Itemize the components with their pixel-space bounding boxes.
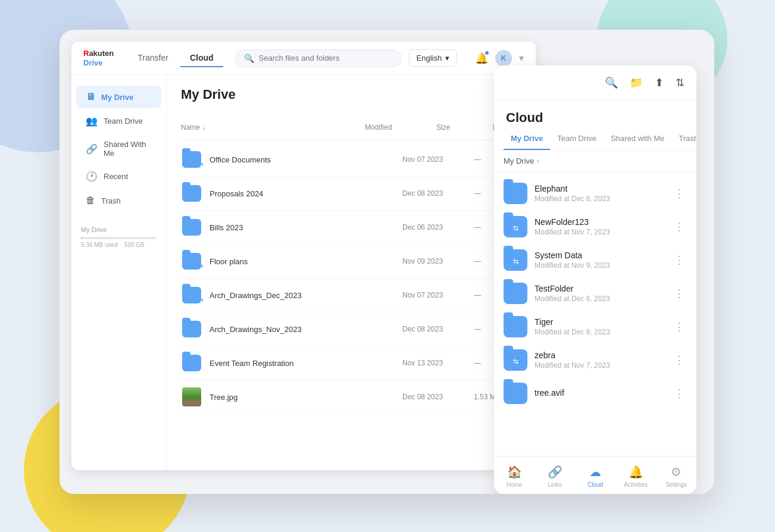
- file-icon: [181, 318, 202, 340]
- panel-tab-trash[interactable]: Trash: [671, 128, 696, 150]
- cloud-icon: ☁: [589, 465, 601, 479]
- settings-icon: ⚙: [671, 465, 682, 479]
- panel-breadcrumb: My Drive ›: [494, 151, 696, 172]
- file-info: TestFolder Modified at Dec 6, 2023: [535, 284, 664, 303]
- bottom-nav-activities[interactable]: 🔔 Activities: [615, 461, 656, 492]
- bottom-nav-links[interactable]: 🔗 Links: [535, 461, 575, 492]
- file-row[interactable]: ⇆ Office Documents Nov 07 2023 —: [181, 143, 521, 177]
- bottom-nav-label: Activities: [624, 481, 647, 488]
- user-avatar[interactable]: K: [495, 50, 512, 67]
- notification-button[interactable]: 🔔: [475, 52, 488, 65]
- file-name: Arch_Drawings_Dec_2023: [210, 291, 402, 300]
- bottom-nav-cloud[interactable]: ☁ Cloud: [575, 461, 615, 492]
- file-name: Bills 2023: [210, 223, 402, 232]
- nav-tab-cloud[interactable]: Cloud: [180, 49, 223, 67]
- file-row[interactable]: Proposals 2024 Dec 08 2023 —: [181, 177, 521, 211]
- panel-tab-shared-with-me[interactable]: Shared with Me: [604, 128, 671, 150]
- panel-tab-team-drive[interactable]: Team Drive: [550, 128, 604, 150]
- nav-tabs: Transfer Cloud: [128, 49, 223, 67]
- file-row[interactable]: Arch_Drawings_Nov_2023 Dec 08 2023 —: [181, 312, 521, 346]
- sidebar-item-trash[interactable]: 🗑 Trash: [76, 189, 161, 212]
- panel-file-row[interactable]: TestFolder Modified at Dec 6, 2023 ⋮: [494, 277, 696, 310]
- nav-tab-transfer[interactable]: Transfer: [128, 49, 178, 67]
- panel-sort-button[interactable]: ⇅: [673, 74, 687, 92]
- search-bar[interactable]: 🔍: [235, 49, 402, 67]
- activities-icon: 🔔: [629, 465, 643, 479]
- file-more-button[interactable]: ⋮: [671, 384, 687, 402]
- links-icon: 🔗: [548, 465, 562, 479]
- breadcrumb-item[interactable]: My Drive: [504, 157, 534, 165]
- file-row[interactable]: Bills 2023 Dec 06 2023 —: [181, 211, 521, 245]
- file-info: System Data Modified at Nov 9, 2023: [535, 251, 664, 270]
- file-info: NewFolder123 Modified at Nov 7, 2023: [535, 217, 664, 236]
- panel-file-date: Modified at Dec 8, 2023: [535, 328, 664, 336]
- panel-file-date: Modified at Dec 6, 2023: [535, 295, 664, 303]
- column-name[interactable]: Name ↓: [181, 123, 365, 132]
- panel-toolbar: 🔍 📁 ⬆ ⇅: [494, 65, 696, 101]
- folder-icon: [504, 183, 527, 204]
- file-row[interactable]: Tree.jpg Dec 08 2023 1.53 MB: [181, 380, 521, 414]
- storage-drive-label: My Drive: [81, 226, 157, 233]
- panel-file-row[interactable]: ⇆ NewFolder123 Modified at Nov 7, 2023 ⋮: [494, 210, 696, 243]
- panel-upload-button[interactable]: ⬆: [652, 74, 666, 92]
- file-info: Elephant Modified at Dec 8, 2023: [535, 184, 664, 203]
- user-menu-chevron[interactable]: ▾: [519, 52, 524, 64]
- sidebar-item-label: Team Drive: [104, 117, 143, 126]
- file-modified: Dec 08 2023: [402, 189, 474, 198]
- file-thumbnail: [182, 387, 201, 406]
- language-label: English: [417, 54, 442, 62]
- file-modified: Nov 09 2023: [402, 257, 474, 265]
- panel-tabs: My Drive Team Drive Shared with Me Trash: [494, 128, 696, 151]
- panel-new-folder-button[interactable]: 📁: [627, 74, 645, 92]
- right-panel: 🔍 📁 ⬆ ⇅ Cloud My Drive Team Drive Shared…: [494, 65, 696, 494]
- storage-bar: [81, 237, 157, 239]
- panel-file-date: Modified at Nov 7, 2023: [535, 361, 664, 370]
- search-icon: 🔍: [244, 54, 254, 63]
- storage-fill: [81, 237, 82, 239]
- storage-text: 5.36 MB used 500 GB: [81, 242, 157, 248]
- file-more-button[interactable]: ⋮: [671, 351, 687, 369]
- sidebar-item-shared-with-me[interactable]: 🔗 Shared With Me: [76, 134, 161, 164]
- file-more-button[interactable]: ⋮: [671, 318, 687, 336]
- panel-bottom-nav: 🏠 Home 🔗 Links ☁ Cloud 🔔 Activities ⚙ Se…: [494, 456, 696, 494]
- file-name: Arch_Drawings_Nov_2023: [210, 325, 402, 334]
- file-row[interactable]: ⇆ Arch_Drawings_Dec_2023 Nov 07 2023 —: [181, 278, 521, 312]
- bottom-nav-settings[interactable]: ⚙ Settings: [656, 461, 696, 492]
- panel-file-row[interactable]: ⇆ System Data Modified at Nov 9, 2023 ⋮: [494, 243, 696, 277]
- bottom-nav-label: Settings: [665, 481, 687, 488]
- sidebar-item-my-drive[interactable]: 🖥 My Drive: [76, 86, 161, 108]
- sidebar-item-recent[interactable]: 🕐 Recent: [76, 165, 161, 188]
- panel-file-row[interactable]: ⇆ zebra Modified at Nov 7, 2023 ⋮: [494, 343, 696, 377]
- file-more-button[interactable]: ⋮: [671, 284, 687, 302]
- sidebar-item-label: Recent: [104, 172, 128, 181]
- chevron-down-icon: ▾: [445, 54, 449, 62]
- file-name: Tree.jpg: [210, 393, 402, 402]
- panel-tab-my-drive[interactable]: My Drive: [504, 128, 550, 150]
- bottom-nav-label: Home: [507, 481, 523, 488]
- file-icon: ⇆: [181, 149, 202, 170]
- panel-file-row[interactable]: Elephant Modified at Dec 8, 2023 ⋮: [494, 177, 696, 210]
- app-body: 🖥 My Drive 👥 Team Drive 🔗 Shared With Me…: [71, 75, 536, 470]
- panel-file-row[interactable]: Tiger Modified at Dec 8, 2023 ⋮: [494, 310, 696, 343]
- panel-file-date: Modified at Dec 8, 2023: [535, 195, 664, 203]
- file-more-button[interactable]: ⋮: [671, 218, 687, 236]
- storage-info: My Drive 5.36 MB used 500 GB: [71, 217, 166, 258]
- file-more-button[interactable]: ⋮: [671, 184, 687, 202]
- sidebar-item-team-drive[interactable]: 👥 Team Drive: [76, 109, 161, 133]
- column-modified: Modified: [365, 123, 436, 132]
- panel-file-row[interactable]: tree.avif ⋮: [494, 377, 696, 410]
- file-more-button[interactable]: ⋮: [671, 251, 687, 269]
- panel-search-button[interactable]: 🔍: [602, 74, 620, 92]
- team-drive-icon: 👥: [86, 115, 98, 127]
- file-name: Floor plans: [210, 257, 402, 266]
- panel-file-name: Elephant: [535, 184, 664, 193]
- bottom-nav-home[interactable]: 🏠 Home: [494, 461, 535, 492]
- panel-file-name: System Data: [535, 251, 664, 260]
- recent-icon: 🕐: [86, 171, 98, 182]
- language-selector[interactable]: English ▾: [409, 49, 458, 67]
- search-input[interactable]: [259, 54, 393, 62]
- folder-icon: ⇆: [504, 249, 527, 271]
- file-row[interactable]: Event Team Registration Nov 13 2023 —: [181, 346, 521, 380]
- file-row[interactable]: ⇆ Floor plans Nov 09 2023 —: [181, 245, 521, 278]
- sort-icon: ↓: [202, 123, 206, 132]
